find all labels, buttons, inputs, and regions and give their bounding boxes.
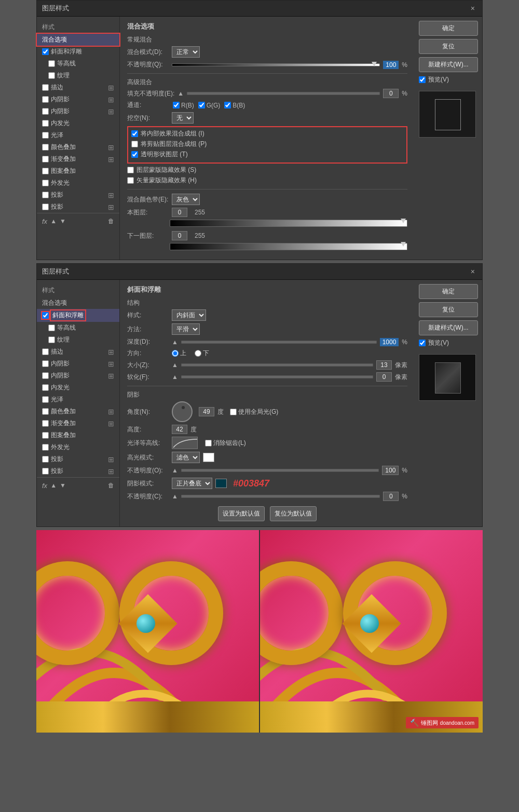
channel-g-label[interactable]: G(G) <box>198 102 221 109</box>
d2-sidebar-drop-shadow2[interactable]: 投影 ⊞ <box>37 465 119 477</box>
sidebar-item-drop-shadow2-checkbox[interactable] <box>42 204 49 210</box>
d2-sidebar-outer-glow[interactable]: 外发光 <box>37 441 119 453</box>
sidebar-item-drop-shadow1-plus[interactable]: ⊞ <box>108 191 114 199</box>
dialog2-preview-checkbox[interactable] <box>419 340 426 346</box>
d2-sidebar-item-blend[interactable]: 混合选项 <box>37 297 119 309</box>
opacity-slider[interactable] <box>172 63 380 66</box>
d2-style-select[interactable]: 内斜面 <box>172 309 206 321</box>
d2-depth-track[interactable] <box>181 341 377 344</box>
sidebar-item-blend-options[interactable]: 混合选项 <box>37 34 119 46</box>
d2-shadow-opacity-track[interactable] <box>181 495 380 498</box>
sidebar-item-outer-glow[interactable]: 外发光 <box>37 177 119 189</box>
d2-sidebar-outer-glow-checkbox[interactable] <box>42 444 49 451</box>
sidebar-item-bevel[interactable]: 斜面和浮雕 <box>37 46 119 58</box>
d2-sidebar-gradient-overlay-checkbox[interactable] <box>42 420 49 427</box>
sidebar-item-satin-checkbox[interactable] <box>42 132 49 139</box>
d2-delete-icon[interactable]: 🗑 <box>108 482 114 490</box>
dialog1-new-style-btn[interactable]: 新建样式(W)... <box>419 57 478 72</box>
sidebar-item-drop-shadow2[interactable]: 投影 ⊞ <box>37 201 119 213</box>
d2-sidebar-gradient-overlay[interactable]: 渐变叠加 ⊞ <box>37 417 119 429</box>
vector-mask-checkbox[interactable] <box>127 177 134 184</box>
sidebar-item-inner-shadow1[interactable]: 内阴影 ⊞ <box>37 93 119 105</box>
d2-sidebar-inner-shadow1-plus[interactable]: ⊞ <box>108 360 114 368</box>
d2-sidebar-texture-checkbox[interactable] <box>48 336 55 343</box>
sidebar-item-satin[interactable]: 光泽 <box>37 129 119 141</box>
sidebar-item-stroke-checkbox[interactable] <box>42 84 49 91</box>
channel-b-checkbox[interactable] <box>224 102 231 109</box>
d2-anti-alias-label[interactable]: 消除锯齿(L) <box>205 439 246 448</box>
d2-method-select[interactable]: 平滑 <box>172 323 200 335</box>
d2-down-icon[interactable]: ▼ <box>60 482 66 490</box>
dialog1-close-btn[interactable]: × <box>469 4 477 12</box>
d2-sidebar-drop-shadow2-plus[interactable]: ⊞ <box>108 467 114 476</box>
sidebar-item-stroke[interactable]: 描边 ⊞ <box>37 82 119 93</box>
d2-up-icon[interactable]: ▲ <box>50 482 57 490</box>
d2-sidebar-drop-shadow1-plus[interactable]: ⊞ <box>108 455 114 464</box>
sidebar-item-gradient-overlay-plus[interactable]: ⊞ <box>108 155 114 164</box>
sidebar-item-inner-shadow1-checkbox[interactable] <box>42 96 49 103</box>
dialog2-ok-btn[interactable]: 确定 <box>419 284 478 299</box>
sidebar-item-bevel-checkbox[interactable] <box>42 48 49 55</box>
d2-sidebar-bevel-checkbox[interactable] <box>42 312 49 319</box>
d2-sidebar-stroke-plus[interactable]: ⊞ <box>108 348 114 356</box>
channel-r-checkbox[interactable] <box>173 102 180 109</box>
dialog2-reset-btn[interactable]: 复位 <box>419 302 478 317</box>
dialog2-new-style-btn[interactable]: 新建样式(W)... <box>419 320 478 335</box>
d2-sidebar-stroke[interactable]: 描边 ⊞ <box>37 346 119 358</box>
d2-direction-down-radio[interactable] <box>195 350 201 357</box>
d2-sidebar-satin-checkbox[interactable] <box>42 396 49 403</box>
sidebar-item-texture-checkbox[interactable] <box>48 72 55 79</box>
sidebar-item-drop-shadow1-checkbox[interactable] <box>42 192 49 198</box>
d2-set-default-btn[interactable]: 设置为默认值 <box>218 506 265 521</box>
d2-sidebar-inner-shadow2-plus[interactable]: ⊞ <box>108 372 114 380</box>
d2-sidebar-drop-shadow1[interactable]: 投影 ⊞ <box>37 453 119 465</box>
dialog1-preview-checkbox[interactable] <box>419 76 426 83</box>
sidebar-item-inner-shadow2-checkbox[interactable] <box>42 108 49 115</box>
sidebar-item-inner-shadow2[interactable]: 内阴影 ⊞ <box>37 105 119 117</box>
sidebar-item-contour-checkbox[interactable] <box>48 60 55 67</box>
d2-sidebar-gradient-overlay-plus[interactable]: ⊞ <box>108 419 114 428</box>
transparent-shape-checkbox[interactable] <box>131 151 138 158</box>
blend-clip-checkbox[interactable] <box>131 141 138 147</box>
sidebar-item-drop-shadow1[interactable]: 投影 ⊞ <box>37 189 119 201</box>
sidebar-item-pattern-overlay-checkbox[interactable] <box>42 168 49 174</box>
d2-direction-down-label[interactable]: 下 <box>195 349 209 358</box>
sidebar-item-outer-glow-checkbox[interactable] <box>42 180 49 186</box>
d2-sidebar-stroke-checkbox[interactable] <box>42 348 49 355</box>
layer-mask-checkbox[interactable] <box>127 167 134 173</box>
d2-sidebar-inner-shadow2-checkbox[interactable] <box>42 372 49 379</box>
d2-sidebar-contour[interactable]: 等高线 <box>37 322 119 334</box>
d2-anti-alias-checkbox[interactable] <box>205 440 212 446</box>
blend-internal-checkbox[interactable] <box>131 130 138 137</box>
dialog2-close-btn[interactable]: × <box>469 267 477 276</box>
sidebar-item-color-overlay-checkbox[interactable] <box>42 144 49 151</box>
d2-sidebar-color-overlay[interactable]: 颜色叠加 ⊞ <box>37 405 119 417</box>
sidebar-item-pattern-overlay[interactable]: 图案叠加 <box>37 165 119 177</box>
up-icon[interactable]: ▲ <box>50 218 57 225</box>
d2-highlight-opacity-track[interactable] <box>181 469 379 472</box>
sidebar-item-color-overlay-plus[interactable]: ⊞ <box>108 143 114 152</box>
d2-sidebar-item-bevel[interactable]: 斜面和浮雕 <box>37 309 119 322</box>
d2-sidebar-texture[interactable]: 纹理 <box>37 334 119 346</box>
d2-sidebar-color-overlay-plus[interactable]: ⊞ <box>108 408 114 416</box>
d2-sidebar-inner-shadow2[interactable]: 内阴影 ⊞ <box>37 370 119 382</box>
d2-soft-track[interactable] <box>181 375 373 378</box>
sidebar-item-stroke-plus[interactable]: ⊞ <box>108 84 114 92</box>
sidebar-item-gradient-overlay-checkbox[interactable] <box>42 156 49 163</box>
knockout-select[interactable]: 无 <box>172 112 194 124</box>
d2-sidebar-satin[interactable]: 光泽 <box>37 394 119 405</box>
d2-shadow-color-swatch[interactable] <box>215 479 227 488</box>
channel-g-checkbox[interactable] <box>198 102 205 109</box>
d2-highlight-mode-select[interactable]: 滤色 <box>172 452 200 463</box>
sidebar-item-inner-glow-checkbox[interactable] <box>42 120 49 127</box>
dialog1-reset-btn[interactable]: 复位 <box>419 39 478 54</box>
d2-fx-icon[interactable]: fx <box>42 482 47 490</box>
next-layer-slider[interactable] <box>170 243 407 250</box>
dialog1-ok-btn[interactable]: 确定 <box>419 21 478 36</box>
d2-sidebar-inner-glow[interactable]: 内发光 <box>37 382 119 394</box>
d2-global-light-checkbox[interactable] <box>230 409 237 415</box>
d2-sidebar-inner-shadow1[interactable]: 内阴影 ⊞ <box>37 358 119 370</box>
fill-opacity-track[interactable] <box>187 92 380 95</box>
blend-band-select[interactable]: 灰色 <box>172 194 200 205</box>
channel-b-label[interactable]: B(B) <box>224 102 245 109</box>
